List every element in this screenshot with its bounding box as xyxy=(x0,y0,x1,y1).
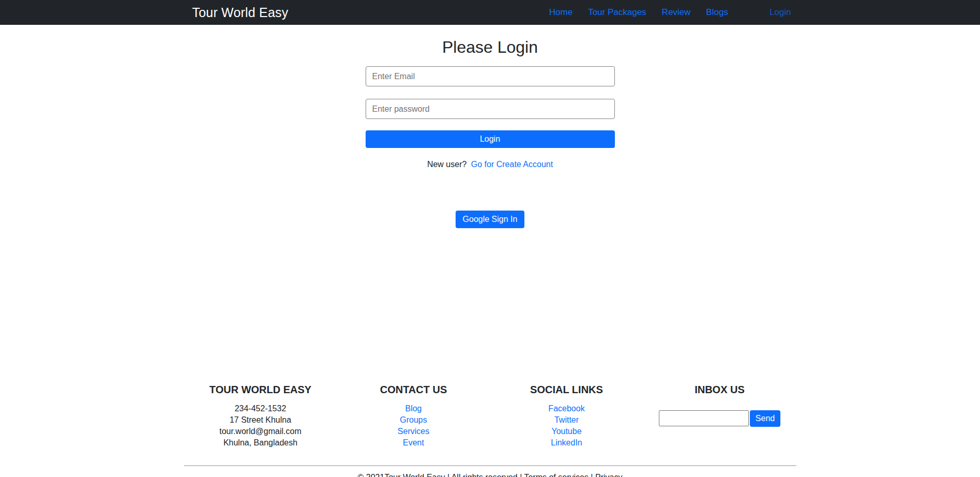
nav-item-review[interactable]: Review xyxy=(662,7,691,18)
nav-links: Home Tour Packages Review Blogs Login xyxy=(549,7,791,18)
footer-col-contact: CONTACT US Blog Groups Services Event xyxy=(337,383,490,449)
new-user-text: New user? xyxy=(427,160,466,169)
footer-phone: 234-452-1532 xyxy=(184,403,337,414)
footer-contact-heading: CONTACT US xyxy=(337,383,490,396)
footer-link-facebook[interactable]: Facebook xyxy=(490,403,643,414)
google-signin-row: Google Sign In xyxy=(0,211,980,228)
google-signin-button[interactable]: Google Sign In xyxy=(456,211,525,228)
inbox-form: Send xyxy=(643,409,796,427)
nav-item-login[interactable]: Login xyxy=(770,7,791,18)
navbar: Tour World Easy Home Tour Packages Revie… xyxy=(0,0,980,25)
copyright-text: © 2021Tour World Easy | All rights reser… xyxy=(0,473,980,477)
footer-social-heading: SOCIAL LINKS xyxy=(490,383,643,396)
nav-item-home[interactable]: Home xyxy=(549,7,572,18)
footer-link-youtube[interactable]: Youtube xyxy=(490,426,643,437)
brand-link[interactable]: Tour World Easy xyxy=(192,5,289,20)
password-field[interactable] xyxy=(366,99,615,119)
footer-link-twitter[interactable]: Twitter xyxy=(490,414,643,426)
email-field[interactable] xyxy=(366,66,615,86)
nav-item-blogs[interactable]: Blogs xyxy=(706,7,728,18)
footer-link-blog[interactable]: Blog xyxy=(337,403,490,414)
footer-divider xyxy=(184,465,796,466)
footer-link-groups[interactable]: Groups xyxy=(337,414,490,426)
create-account-link[interactable]: Go for Create Account xyxy=(471,160,553,169)
footer-link-linkedin[interactable]: LinkedIn xyxy=(490,437,643,449)
page-title: Please Login xyxy=(0,37,980,57)
footer-city: Khulna, Bangladesh xyxy=(184,437,337,449)
footer-about-heading: TOUR WORLD EASY xyxy=(184,383,337,396)
footer-inbox-heading: INBOX US xyxy=(643,383,796,396)
nav-item-tour-packages[interactable]: Tour Packages xyxy=(588,7,646,18)
footer-link-services[interactable]: Services xyxy=(337,426,490,437)
footer-email: tour.world@gmail.com xyxy=(184,426,337,437)
login-button[interactable]: Login xyxy=(366,130,615,148)
footer-link-event[interactable]: Event xyxy=(337,437,490,449)
footer-street: 17 Street Khulna xyxy=(184,414,337,426)
login-form: Login xyxy=(366,66,615,148)
footer: TOUR WORLD EASY 234-452-1532 17 Street K… xyxy=(0,383,980,477)
new-user-line: New user? Go for Create Account xyxy=(0,159,980,169)
inbox-input[interactable] xyxy=(659,410,749,426)
send-button[interactable]: Send xyxy=(750,410,780,427)
login-section: Please Login Login New user? Go for Crea… xyxy=(0,37,980,228)
footer-col-social: SOCIAL LINKS Facebook Twitter Youtube Li… xyxy=(490,383,643,449)
footer-col-about: TOUR WORLD EASY 234-452-1532 17 Street K… xyxy=(184,383,337,449)
footer-col-inbox: INBOX US Send xyxy=(643,383,796,449)
